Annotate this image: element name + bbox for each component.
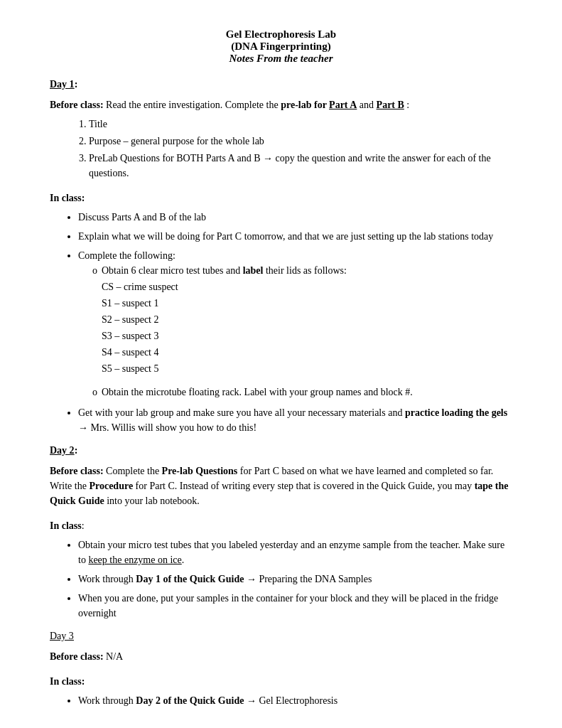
- part-a-label: Part A: [329, 100, 357, 110]
- list-item: Work through Day 2 of the Quick Guide → …: [78, 693, 512, 708]
- list-item: Obtain your micro test tubes that you la…: [78, 537, 512, 567]
- list-item: o Obtain 6 clear micro test tubes and la…: [92, 263, 512, 382]
- list-item: When you are done, put your samples in t…: [78, 591, 512, 621]
- title-line3: Notes From the teacher: [50, 53, 512, 65]
- list-item: Discuss Parts A and B of the lab: [78, 210, 512, 225]
- before-class-text3: for Part C. Instead of writing every ste…: [136, 481, 475, 491]
- before-class-text4: into your lab notebook.: [107, 496, 200, 506]
- list-item: S4 – suspect 4: [102, 345, 347, 360]
- day3-section: Day 3 Before class: N/A In class: Work t…: [50, 631, 512, 708]
- list-item: S1 – suspect 1: [102, 296, 347, 311]
- day2-section: Day 2: Before class: Complete the Pre-la…: [50, 445, 512, 621]
- list-item: S5 – suspect 5: [102, 361, 347, 376]
- day2-in-class-list: Obtain your micro test tubes that you la…: [78, 537, 512, 621]
- list-item: o Obtain the microtube floating rack. La…: [92, 385, 512, 400]
- day3-in-class: In class: Work through Day 2 of the Quic…: [50, 674, 512, 708]
- day1-section: Day 1: Before class: Read the entire inv…: [50, 79, 512, 435]
- pre-lab-questions-label: Pre-lab Questions: [162, 466, 240, 476]
- in-class-label: In class:: [50, 193, 85, 203]
- page-title: Gel Electrophoresis Lab (DNA Fingerprint…: [50, 28, 512, 65]
- list-item: S2 – suspect 2: [102, 312, 347, 327]
- title-line2: (DNA Fingerprinting): [50, 41, 512, 53]
- day1-heading: Day 1:: [50, 79, 512, 90]
- list-item: S3 – suspect 3: [102, 328, 347, 343]
- procedure-label: Procedure: [89, 481, 135, 491]
- before-class-intro: Read the entire investigation. Complete …: [106, 100, 281, 110]
- list-item: Explain what we will be doing for Part C…: [78, 229, 512, 244]
- in-class-label3: In class:: [50, 676, 85, 687]
- day2-in-class: In class: Obtain your micro test tubes t…: [50, 518, 512, 621]
- list-item: Title: [89, 117, 512, 132]
- before-class-list: Title Purpose – general purpose for the …: [89, 117, 512, 181]
- day2-before-class: Before class: Complete the Pre-lab Quest…: [50, 464, 512, 508]
- in-class-list: Discuss Parts A and B of the lab Explain…: [78, 210, 512, 435]
- day3-before-class: Before class: N/A: [50, 649, 512, 664]
- part-b-label: Part B: [377, 100, 404, 110]
- list-item: Complete the following: o Obtain 6 clear…: [78, 248, 512, 400]
- colon-text: :: [406, 100, 409, 110]
- list-item: PreLab Questions for BOTH Parts A and B …: [89, 151, 512, 181]
- before-class-text1: Complete the: [106, 466, 162, 476]
- day1-before-class: Before class: Read the entire investigat…: [50, 97, 512, 181]
- sub-list: o Obtain 6 clear micro test tubes and la…: [92, 263, 512, 400]
- pre-lab-label: pre-lab for: [281, 100, 329, 110]
- before-class-text-na: N/A: [106, 651, 123, 662]
- day3-heading: Day 3: [50, 631, 74, 642]
- before-class-label: Before class:: [50, 100, 106, 110]
- day3-in-class-list: Work through Day 2 of the Quick Guide → …: [78, 693, 512, 708]
- before-class-label2: Before class:: [50, 466, 106, 476]
- and-text: and: [360, 100, 377, 110]
- in-class-label2: In class: [50, 520, 82, 531]
- title-line1: Gel Electrophoresis Lab: [50, 28, 512, 41]
- list-item: Purpose – general purpose for the whole …: [89, 134, 512, 149]
- label-list: CS – crime suspect S1 – suspect 1 S2 – s…: [102, 279, 347, 376]
- day2-heading: Day 2:: [50, 445, 512, 456]
- day1-in-class: In class: Discuss Parts A and B of the l…: [50, 191, 512, 435]
- list-item: Work through Day 1 of the Quick Guide → …: [78, 572, 512, 587]
- list-item: Get with your lab group and make sure yo…: [78, 405, 512, 435]
- list-item: CS – crime suspect: [102, 279, 347, 294]
- before-class-label3: Before class:: [50, 651, 106, 662]
